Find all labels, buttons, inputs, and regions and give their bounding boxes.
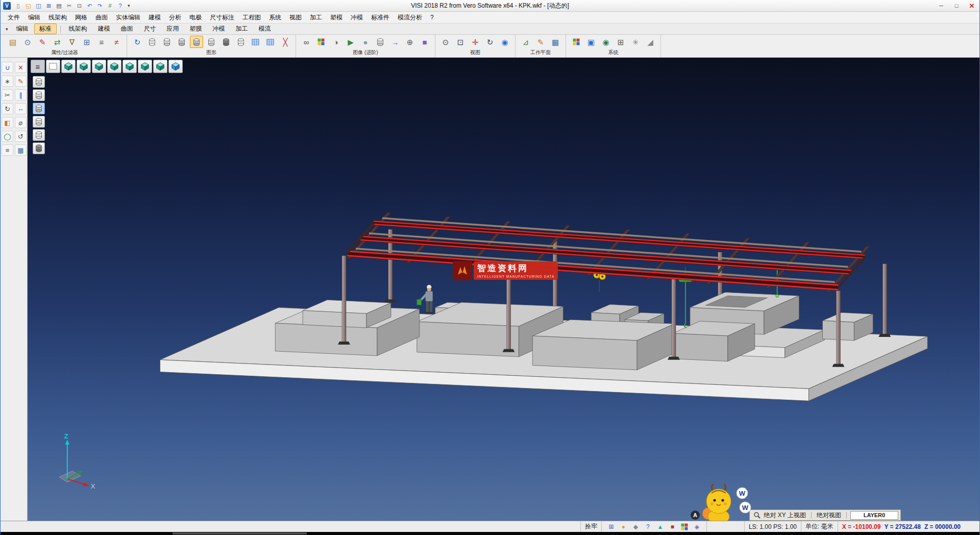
workplane-xy-icon[interactable]: ⊿ [519, 36, 532, 48]
shaded-view-icon[interactable] [175, 36, 188, 48]
mirror-icon[interactable]: ⇔ [15, 103, 27, 114]
menu-item-4[interactable]: 曲面 [91, 12, 112, 23]
tab-1[interactable]: 建模 [93, 23, 115, 34]
zoom-all-icon[interactable]: ⊙ [439, 36, 452, 48]
filter-solids-icon[interactable] [33, 76, 45, 88]
shaded-edges-view-icon[interactable] [190, 36, 203, 48]
menu-item-6[interactable]: 建模 [144, 12, 165, 23]
ucs-marker-icon[interactable]: ◆ [630, 522, 641, 531]
render-mode-icon[interactable]: ◑ [329, 36, 342, 48]
menu-item-7[interactable]: 分析 [165, 12, 185, 23]
point-snap-icon[interactable]: ∗ [2, 76, 13, 87]
tab-2[interactable]: 曲面 [116, 23, 138, 34]
save-all-icon[interactable]: ⊞ [44, 1, 54, 10]
section-box-icon[interactable] [264, 36, 277, 48]
layer-colors-icon[interactable] [314, 36, 328, 48]
filter-all-icon[interactable] [33, 142, 45, 154]
edit-attributes-icon[interactable]: ✎ [36, 36, 49, 48]
snap-grid-icon[interactable]: ⊞ [606, 522, 617, 531]
menu-item-11[interactable]: 系统 [265, 12, 285, 23]
view-cube-bottom-icon[interactable] [153, 60, 167, 73]
context-help-icon[interactable]: ? [643, 522, 653, 531]
sketch-icon[interactable]: ✎ [15, 76, 27, 87]
menu-item-1[interactable]: 编辑 [24, 12, 44, 23]
minimize-button[interactable]: ─ [934, 1, 949, 11]
menu-item-2[interactable]: 线架构 [44, 12, 71, 23]
tab-6[interactable]: 冲模 [208, 23, 230, 34]
3d-scene[interactable]: Z X [28, 58, 979, 521]
snap-lock-toggle[interactable]: 拴牢 [580, 521, 601, 532]
filter-wireframe-icon[interactable] [33, 103, 45, 114]
hidden-line-view-icon[interactable] [160, 36, 174, 48]
print-icon[interactable]: ▤ [54, 1, 64, 10]
reset-filter-icon[interactable]: ≠ [110, 36, 123, 48]
tab-5[interactable]: 塑膜 [185, 23, 207, 34]
filter-edges-icon[interactable] [33, 116, 45, 128]
tab-0[interactable]: 线架构 [64, 23, 92, 34]
animate-icon[interactable]: ▶ [344, 36, 357, 48]
view-cube-left-icon[interactable] [107, 60, 121, 73]
girders[interactable] [347, 220, 865, 290]
tab-7[interactable]: 加工 [231, 23, 253, 34]
match-properties-icon[interactable]: ⇄ [51, 36, 64, 48]
3d-viewport[interactable]: Z X ≡ 智造资料网 INTELLIGENT MANUFACTURING DA… [28, 58, 979, 521]
help-icon[interactable]: ? [115, 1, 125, 10]
wireframe-view-icon[interactable] [145, 36, 159, 48]
view-cube-front-icon[interactable] [77, 60, 91, 73]
qat-customize-arrow[interactable]: ▾ [125, 3, 133, 8]
tab-0[interactable]: 编辑 [11, 23, 34, 34]
menu-item-15[interactable]: 冲模 [347, 12, 367, 23]
view-cube-iso-icon[interactable] [61, 60, 76, 73]
units-indicator[interactable]: 单位: 毫米 [801, 521, 838, 532]
menu-item-3[interactable]: 网格 [71, 12, 91, 23]
rotate-icon[interactable]: ↻ [2, 103, 13, 114]
open-file-icon[interactable]: ◱ [23, 1, 33, 10]
view-eye-icon[interactable]: ◉ [498, 36, 511, 48]
block-view-icon[interactable]: ■ [418, 36, 431, 48]
ghost-view-icon[interactable] [219, 36, 233, 48]
tab-4[interactable]: 应用 [162, 23, 184, 34]
direction-arrow-icon[interactable]: → [388, 36, 402, 48]
mesh-box-icon[interactable] [249, 36, 262, 48]
tab-1-active[interactable]: 标准 [34, 23, 57, 34]
view-plane-icon[interactable] [46, 60, 60, 73]
tab-8[interactable]: 模流 [254, 23, 276, 34]
menu-item-12[interactable]: 视图 [285, 12, 306, 23]
redo-icon[interactable]: ↷ [95, 1, 105, 10]
view-cube-top-icon[interactable] [138, 60, 152, 73]
workplane-pyramid-icon[interactable]: ▲ [655, 522, 666, 531]
menu-item-0[interactable]: 文件 [4, 12, 24, 23]
grid-display-icon[interactable]: ▦ [15, 144, 27, 156]
menu-item-14[interactable]: 塑模 [326, 12, 347, 23]
view-cube-dynamic-icon[interactable] [168, 60, 183, 73]
menu-item-5[interactable]: 实体编辑 [112, 12, 144, 23]
view-axes-icon[interactable]: ✛ [469, 36, 482, 48]
offset-icon[interactable]: ∥ [15, 89, 27, 101]
roof-structure[interactable] [347, 212, 870, 292]
menu-item-16[interactable]: 标准件 [367, 12, 394, 23]
zoom-detail-icon[interactable]: ⊕ [403, 36, 416, 48]
layer-list-icon[interactable]: ≡ [2, 144, 13, 156]
close-button[interactable]: ✕ [964, 1, 979, 11]
filter-surfaces-icon[interactable] [33, 89, 45, 101]
cut-icon[interactable]: ✂ [64, 1, 74, 10]
world-view-icon[interactable]: ◉ [599, 36, 612, 48]
filter-icon[interactable]: ∇ [65, 36, 79, 48]
scale-indicator[interactable]: LS: 1.00 PS: 1.00 [744, 521, 801, 532]
tab-3[interactable]: 尺寸 [139, 23, 161, 34]
solid-box-icon[interactable]: ■ [667, 522, 678, 531]
keypad-icon[interactable]: ⊞ [614, 36, 627, 48]
draft-wedge-icon[interactable]: ◢ [644, 36, 657, 48]
new-file-icon[interactable]: ▯ [13, 1, 23, 10]
magnet-select-icon[interactable]: ∪ [2, 62, 13, 73]
compare-solids-icon[interactable] [374, 36, 387, 48]
layer-filter-icon[interactable]: ≡ [95, 36, 108, 48]
zoom-window-icon[interactable]: ⊡ [454, 36, 467, 48]
fill-color-icon[interactable]: ◧ [2, 117, 13, 128]
menu-item-13[interactable]: 加工 [306, 12, 326, 23]
menu-item-10[interactable]: 工程图 [238, 12, 265, 23]
color-palette-icon[interactable] [679, 522, 690, 531]
workplane-edit-icon[interactable]: ✎ [534, 36, 547, 48]
viewport-menu-icon[interactable]: ≡ [31, 60, 45, 73]
copy-icon[interactable]: ⊡ [75, 1, 84, 10]
